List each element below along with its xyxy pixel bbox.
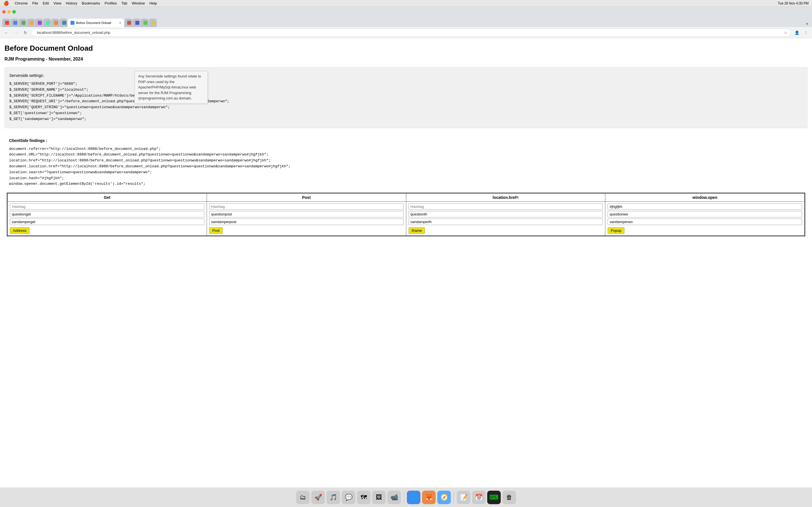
tab-inactive-4[interactable] bbox=[27, 18, 35, 27]
location-href-column: Iframe bbox=[406, 202, 605, 236]
client-line-3: location.href="http://localhost:8888/bef… bbox=[9, 158, 803, 164]
server-line-2: $_SERVER['SERVER_NAME']="localhost"; bbox=[9, 87, 803, 93]
tab-group: Before Document Onload ✕ bbox=[2, 17, 804, 27]
post-column: Post bbox=[207, 202, 406, 236]
lh-hashtag-input[interactable] bbox=[409, 203, 603, 210]
page-title: Before Document Onload bbox=[4, 44, 808, 53]
clientside-label: ClientSide findings : bbox=[9, 138, 803, 143]
lh-sandamper-input[interactable] bbox=[409, 219, 603, 225]
tab-inactive-1[interactable] bbox=[2, 18, 10, 27]
serverside-tooltip: Any Serverside settings found relate to … bbox=[135, 71, 208, 104]
tab-inactive-3[interactable] bbox=[18, 18, 27, 27]
form-table: Get Post location.href= window.open Add bbox=[7, 193, 805, 236]
server-line-4: $_SERVER['REQUEST_URI']="/before_documen… bbox=[9, 99, 803, 105]
reload-button[interactable]: ↻ bbox=[21, 29, 29, 37]
menubar-view[interactable]: View bbox=[54, 1, 61, 5]
post-hashtag-input[interactable] bbox=[209, 203, 404, 210]
address-button[interactable]: Address bbox=[10, 227, 30, 234]
client-line-6: location.hash="#jhgfjkh"; bbox=[9, 175, 803, 181]
menubar-file[interactable]: File bbox=[32, 1, 38, 5]
table-header-post: Post bbox=[207, 193, 406, 202]
tab-inactive-5[interactable] bbox=[35, 18, 43, 27]
iframe-button[interactable]: Iframe bbox=[409, 227, 425, 234]
address-bar: ← → ↻ localhost:8888/before_document_onl… bbox=[0, 27, 812, 38]
tabs-bar: Before Document Onload ✕ + bbox=[0, 17, 812, 27]
page-content: Before Document Onload RJM Programming -… bbox=[0, 38, 812, 247]
client-line-1: document.referrer="http://localhost:8888… bbox=[9, 146, 803, 152]
tab-inactive-11[interactable] bbox=[141, 18, 149, 27]
get-question-input[interactable] bbox=[10, 211, 204, 217]
tab-inactive-7[interactable] bbox=[51, 18, 59, 27]
close-button[interactable] bbox=[2, 10, 6, 13]
tab-label: Before Document Onload bbox=[76, 21, 117, 24]
server-line-5: $_SERVER['QUERY_STRING']="questionwo=que… bbox=[9, 105, 803, 110]
post-question-input[interactable] bbox=[209, 211, 404, 217]
window-open-column: Popup bbox=[605, 202, 805, 236]
tab-inactive-8[interactable] bbox=[59, 18, 67, 27]
tab-inactive-6[interactable] bbox=[43, 18, 51, 27]
server-line-6: $_GET['questionwo']="questionwo"; bbox=[9, 110, 803, 116]
server-line-1: $_SERVER['SERVER_PORT']="8888"; bbox=[9, 81, 803, 87]
menu-time: Tue 26 Nov 4:30 PM bbox=[777, 1, 809, 5]
client-line-2: document.URL="http://localhost:8888/befo… bbox=[9, 152, 803, 158]
get-sandamper-input[interactable] bbox=[10, 219, 204, 225]
maximize-button[interactable] bbox=[12, 10, 16, 13]
forward-button[interactable]: → bbox=[12, 29, 20, 37]
address-bar-right: 👤 ⋮ bbox=[793, 29, 810, 37]
page-subtitle: RJM Programming - November, 2024 bbox=[4, 57, 808, 62]
traffic-lights bbox=[2, 10, 16, 13]
clientside-section: ClientSide findings : document.referrer=… bbox=[4, 133, 808, 187]
url-text: localhost:8888/before_document_onload.ph… bbox=[37, 31, 781, 35]
chrome-titlebar bbox=[0, 7, 812, 17]
menubar-profiles[interactable]: Profiles bbox=[105, 1, 117, 5]
tab-inactive-9[interactable] bbox=[124, 18, 132, 27]
serverside-label: Serverside settings: bbox=[9, 73, 803, 78]
menubar: 🍎 Chrome File Edit View History Bookmark… bbox=[0, 0, 812, 7]
user-avatar-button[interactable]: 👤 bbox=[793, 29, 801, 37]
table-header-get: Get bbox=[8, 193, 207, 202]
tab-favicon bbox=[70, 21, 74, 25]
post-button[interactable]: Post bbox=[209, 227, 223, 234]
bookmark-star-icon[interactable]: ☆ bbox=[784, 31, 788, 35]
tab-inactive-10[interactable] bbox=[133, 18, 140, 27]
server-line-7: $_GET['sandamperwo']="sandamperwo"; bbox=[9, 116, 803, 122]
popup-button[interactable]: Popup bbox=[608, 227, 624, 234]
minimize-button[interactable] bbox=[7, 10, 11, 13]
post-sandamper-input[interactable] bbox=[209, 219, 404, 225]
table-header-location: location.href= bbox=[406, 193, 605, 202]
menubar-right: Tue 26 Nov 4:30 PM bbox=[777, 1, 809, 5]
menubar-help[interactable]: Help bbox=[149, 1, 157, 5]
lh-question-input[interactable] bbox=[409, 211, 603, 217]
client-line-4: document.location.href="http://localhost… bbox=[9, 164, 803, 170]
menubar-tab[interactable]: Tab bbox=[121, 1, 127, 5]
tab-inactive-12[interactable] bbox=[149, 18, 157, 27]
clientside-code: document.referrer="http://localhost:8888… bbox=[9, 146, 803, 187]
tab-active[interactable]: Before Document Onload ✕ bbox=[68, 18, 124, 27]
client-line-5: location.search="?questionwo=questionwo&… bbox=[9, 170, 803, 175]
wo-question-input[interactable] bbox=[608, 211, 802, 217]
menubar-window[interactable]: Window bbox=[132, 1, 145, 5]
apple-menu[interactable]: 🍎 bbox=[3, 1, 9, 6]
menubar-history[interactable]: History bbox=[66, 1, 77, 5]
get-column: Address bbox=[8, 202, 207, 236]
new-tab-button[interactable]: + bbox=[804, 21, 810, 27]
tab-inactive-2[interactable] bbox=[10, 18, 18, 27]
get-hashtag-input[interactable] bbox=[10, 203, 204, 210]
server-line-3: $_SERVER['SCRIPT_FILENAME']="/Applicatio… bbox=[9, 93, 803, 99]
back-button[interactable]: ← bbox=[2, 29, 10, 37]
url-bar[interactable]: localhost:8888/before_document_onload.ph… bbox=[31, 29, 791, 37]
extensions-button[interactable]: ⋮ bbox=[802, 29, 810, 37]
tab-close-button[interactable]: ✕ bbox=[119, 21, 121, 24]
serverside-code: $_SERVER['SERVER_PORT']="8888"; $_SERVER… bbox=[9, 81, 803, 122]
menubar-bookmarks[interactable]: Bookmarks bbox=[82, 1, 100, 5]
menubar-edit[interactable]: Edit bbox=[43, 1, 49, 5]
serverside-area: Serverside settings: $_SERVER['SERVER_PO… bbox=[4, 67, 808, 128]
menubar-chrome[interactable]: Chrome bbox=[15, 1, 28, 5]
wo-sandamper-input[interactable] bbox=[608, 219, 802, 225]
table-header-window-open: window.open bbox=[605, 193, 805, 202]
client-line-7: window.opener.document.getElementById('r… bbox=[9, 181, 803, 187]
wo-hashtag-input[interactable] bbox=[608, 203, 802, 210]
